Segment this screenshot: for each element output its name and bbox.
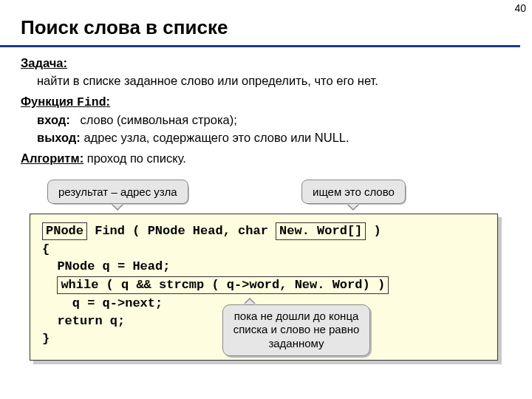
task-section: Задача: xyxy=(21,55,513,72)
callout-result: результат – адрес узла xyxy=(47,180,188,205)
func-colon: : xyxy=(106,95,111,108)
sig-end: ) xyxy=(366,224,381,238)
slide-title: Поиск слова в списке xyxy=(0,0,520,47)
func-label-prefix: Функция xyxy=(21,95,77,108)
function-section: Функция Find: xyxy=(21,93,513,112)
callout-search-text: ищем это слово xyxy=(313,185,395,198)
algo-label: Алгоритм: xyxy=(21,151,83,165)
code-line-4: while ( q && strcmp ( q->word, New. Word… xyxy=(42,276,485,295)
task-label: Задача: xyxy=(21,56,67,69)
output-label: выход: xyxy=(37,131,81,144)
return-type-box: PNode xyxy=(42,222,87,240)
callout-search: ищем это слово xyxy=(301,180,406,205)
func-output: выход: адрес узла, содержащего это слово… xyxy=(37,129,513,147)
callout-loop-text: пока не дошли до конца списка и слово не… xyxy=(233,310,360,350)
func-input: вход: слово (символьная строка); xyxy=(37,112,513,129)
task-text: найти в списке заданное слово или опреде… xyxy=(37,72,513,90)
callout-loop: пока не дошли до конца списка и слово не… xyxy=(222,304,370,356)
code-block: PNode Find ( PNode Head, char New. Word[… xyxy=(30,214,498,361)
callout-row: результат – адрес узла ищем это слово xyxy=(21,180,513,208)
content-area: Задача: найти в списке заданное слово ил… xyxy=(0,47,532,361)
algo-text: проход по списку. xyxy=(83,151,186,165)
input-label: вход: xyxy=(37,113,70,126)
code-line-2: { xyxy=(42,241,485,259)
func-name: Find xyxy=(77,95,106,109)
callout-result-text: результат – адрес узла xyxy=(58,185,177,198)
code-line-3: PNode q = Head; xyxy=(42,258,485,276)
sig-mid: Find ( PNode Head, char xyxy=(87,224,276,238)
code-line-1: PNode Find ( PNode Head, char New. Word[… xyxy=(42,222,485,241)
while-box: while ( q && strcmp ( q->word, New. Word… xyxy=(57,276,389,294)
input-text: слово (символьная строка); xyxy=(70,113,237,126)
output-text: адрес узла, содержащего это слово или NU… xyxy=(81,131,349,144)
param-box: New. Word[] xyxy=(276,222,366,240)
algo-section: Алгоритм: проход по списку. xyxy=(21,150,513,168)
page-number: 40 xyxy=(514,2,526,14)
